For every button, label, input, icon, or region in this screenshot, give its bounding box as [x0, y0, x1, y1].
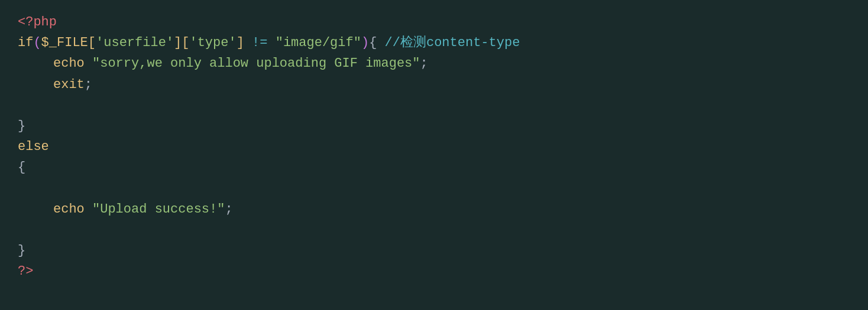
- line-exit: exit;: [18, 74, 850, 95]
- brace-open2: {: [18, 160, 25, 175]
- bracket-close1: ]: [174, 35, 182, 50]
- string-image-gif: "image/gif": [276, 35, 361, 50]
- keyword-echo1: echo: [53, 56, 85, 71]
- operator-neq: !=: [252, 35, 267, 50]
- variable-file: $_FILE: [41, 35, 88, 50]
- line-echo-upload: echo "Upload success!";: [18, 199, 850, 220]
- space1: [244, 35, 252, 50]
- keyword-else: else: [18, 139, 49, 154]
- line-php-open: <?php: [18, 12, 850, 32]
- keyword-echo2: echo: [53, 202, 85, 217]
- bracket-close2: ]: [237, 35, 244, 50]
- line-blank-3: [18, 220, 850, 240]
- space3: [377, 35, 384, 50]
- line-open-brace-2: {: [18, 157, 850, 178]
- line-blank-2: [18, 178, 850, 199]
- php-close-tag: ?>: [18, 264, 33, 279]
- brace-open: {: [369, 35, 377, 50]
- php-open-tag: <?php: [18, 15, 57, 30]
- bracket-open1: [: [88, 35, 96, 50]
- line-close-brace-1: }: [18, 116, 850, 136]
- semicolon1: ;: [420, 56, 428, 71]
- space5: [85, 202, 92, 217]
- brace-close1: }: [18, 119, 25, 133]
- line-php-close: ?>: [18, 261, 850, 282]
- string-upload-success: "Upload success!": [92, 202, 225, 217]
- code-editor: <?php if($_FILE['userfile']['type'] != "…: [0, 0, 868, 310]
- keyword-if: if: [18, 35, 33, 50]
- string-sorry: "sorry,we only allow uploading GIF image…: [92, 56, 420, 71]
- bracket-open2: [: [182, 35, 189, 50]
- paren-open: (: [33, 35, 41, 50]
- semicolon3: ;: [225, 202, 232, 217]
- line-if-statement: if($_FILE['userfile']['type'] != "image/…: [18, 32, 850, 53]
- line-else: else: [18, 136, 850, 157]
- paren-close: ): [361, 35, 369, 50]
- space4: [85, 56, 92, 71]
- brace-close2: }: [18, 243, 25, 258]
- string-userfile: 'userfile': [96, 35, 174, 50]
- space2: [268, 35, 276, 50]
- line-close-brace-2: }: [18, 240, 850, 261]
- comment-detect: //检测content-type: [385, 35, 520, 50]
- line-echo-sorry: echo "sorry,we only allow uploading GIF …: [18, 53, 850, 74]
- string-type: 'type': [189, 35, 236, 50]
- keyword-exit: exit: [53, 77, 85, 92]
- semicolon2: ;: [85, 77, 92, 92]
- line-blank-1: [18, 95, 850, 116]
